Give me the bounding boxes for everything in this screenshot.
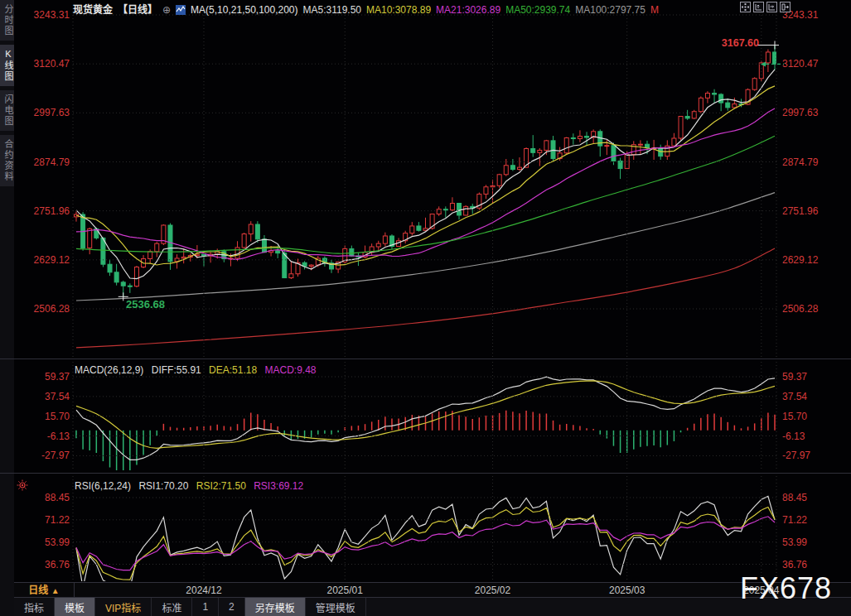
- ma-legend-value: M: [650, 4, 659, 16]
- panel-divider[interactable]: [0, 473, 851, 474]
- period-label: 【日线】: [118, 4, 157, 16]
- symbol-title: 现货黄金: [73, 4, 113, 16]
- y-axis-label: 3243.31: [15, 9, 70, 21]
- main-chart-legend: 现货黄金【日线】⊕MA(5,10,21,50,100,200)MA5:3119.…: [73, 2, 669, 17]
- chart-window-controls: [740, 2, 791, 12]
- pane-shift-left-icon[interactable]: [753, 2, 764, 12]
- x-axis-label: 2025/02: [468, 585, 518, 596]
- y-axis-label: 36.76: [782, 559, 840, 570]
- ma-legend-value: MA50:2939.74: [505, 4, 570, 16]
- y-axis-label: 2629.12: [782, 254, 840, 266]
- y-axis-label: -6.13: [15, 431, 70, 442]
- y-axis-label: 2997.63: [15, 107, 70, 118]
- rsi2-value: RSI2:71.50: [196, 480, 246, 492]
- y-axis-label: 36.76: [15, 559, 70, 570]
- y-axis-label: -6.13: [782, 431, 840, 442]
- indicator-settings-icon[interactable]: [17, 479, 28, 494]
- macd-dea-value: DEA:51.18: [209, 364, 257, 376]
- ma-legend-value: MA21:3026.89: [436, 4, 500, 16]
- exit-pane-icon[interactable]: [780, 2, 791, 12]
- y-axis-label: 88.45: [782, 492, 840, 503]
- low-price-annotation: 2536.68: [126, 298, 165, 310]
- y-axis-label: 59.37: [15, 371, 70, 383]
- y-axis-label: 2629.12: [15, 254, 70, 266]
- rsi3-value: RSI3:69.12: [254, 480, 303, 492]
- x-axis-label: 2025/01: [320, 585, 370, 596]
- add-overlay-icon[interactable]: ⊕: [162, 4, 171, 16]
- x-axis-label: 2024/12: [179, 585, 229, 596]
- ma-legend-value: MA5:3119.50: [303, 4, 362, 16]
- y-axis-label: 3120.47: [782, 58, 840, 70]
- macd-bar-value: MACD:9.48: [264, 364, 316, 376]
- y-axis-label: 3243.31: [782, 9, 840, 21]
- y-axis-label: 2997.63: [782, 107, 840, 118]
- ma-legend-value: MA100:2797.75: [575, 4, 646, 16]
- y-axis-label: 15.70: [15, 411, 70, 422]
- y-axis-label: 2874.79: [782, 156, 840, 168]
- y-axis-label: 37.54: [15, 391, 70, 402]
- y-axis-label: 59.37: [782, 371, 840, 383]
- x-axis-label: 2025/03: [602, 585, 652, 596]
- high-price-annotation: 3167.60: [696, 37, 759, 49]
- chart-style-icon[interactable]: [176, 5, 186, 17]
- macd-diff-value: DIFF:55.91: [152, 364, 201, 376]
- y-axis-label: 53.99: [782, 537, 840, 548]
- macd-name: MACD(26,12,9): [75, 364, 143, 376]
- y-axis-label: 2874.79: [15, 156, 70, 168]
- rsi1-value: RSI1:70.20: [138, 480, 188, 492]
- y-axis-label: 37.54: [782, 391, 840, 402]
- macd-legend: MACD(26,12,9) DIFF:55.91 DEA:51.18 MACD:…: [75, 364, 322, 376]
- ma-group-label: MA(5,10,21,50,100,200): [191, 4, 297, 16]
- y-axis-label: 71.22: [782, 514, 840, 526]
- chart-application: 分时图 K线图 闪电图 合约资料 现货黄金【日线】⊕MA(5,10,21,50,…: [0, 0, 851, 616]
- y-axis-label: 15.70: [782, 411, 840, 422]
- y-axis-label: 2751.96: [15, 205, 70, 217]
- main-legend-values: MA5:3119.50MA10:3078.89MA21:3026.89MA50:…: [303, 4, 664, 16]
- y-axis-label: 3120.47: [15, 58, 70, 70]
- ma-legend-value: MA10:3078.89: [366, 4, 431, 16]
- y-axis-label: -27.97: [15, 450, 70, 461]
- y-axis-label: 53.99: [15, 537, 70, 548]
- pane-shift-right-icon[interactable]: [766, 2, 777, 12]
- watermark: FX678: [740, 571, 832, 606]
- y-axis-label: 2506.28: [782, 303, 840, 315]
- y-axis-label: 2751.96: [782, 205, 840, 217]
- y-axis-label: 71.22: [15, 514, 70, 526]
- rsi-name: RSI(6,12,24): [75, 480, 131, 492]
- panel-divider[interactable]: [0, 359, 851, 359]
- y-axis-label: 2506.28: [15, 303, 70, 315]
- move-icon[interactable]: [740, 2, 751, 12]
- y-axis-label: -27.97: [782, 450, 840, 461]
- rsi-legend: RSI(6,12,24) RSI1:70.20 RSI2:71.50 RSI3:…: [75, 480, 308, 492]
